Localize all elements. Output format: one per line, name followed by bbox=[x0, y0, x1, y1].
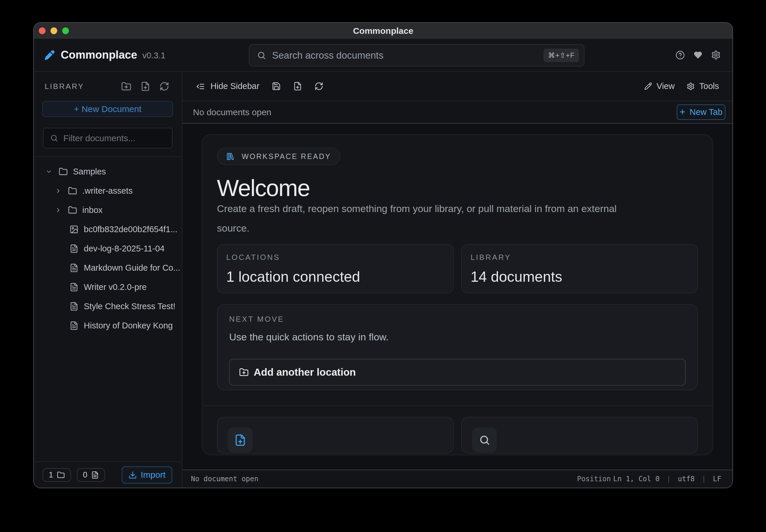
new-tab-button[interactable]: + New Tab bbox=[677, 104, 725, 120]
search-icon bbox=[479, 434, 490, 446]
content-pane: Hide Sidebar View Tools No do bbox=[182, 72, 732, 488]
refresh-icon[interactable] bbox=[159, 81, 169, 91]
close-window-button[interactable] bbox=[39, 27, 45, 34]
library-card: LIBRARY 14 documents bbox=[461, 244, 698, 293]
maximize-window-button[interactable] bbox=[62, 27, 69, 34]
sidebar-footer: 1 0 Import bbox=[34, 461, 182, 488]
folder-icon bbox=[57, 471, 65, 479]
encoding-value[interactable]: utf8 bbox=[678, 475, 695, 483]
tree-item-writer-v020[interactable]: Writer v0.2.0-pre bbox=[34, 277, 182, 297]
sidebar: LIBRARY + New Document Filter documents.… bbox=[34, 72, 182, 488]
help-icon[interactable] bbox=[676, 50, 685, 60]
main-scroll-area[interactable]: WORKSPACE READY Welcome Create a fresh d… bbox=[182, 124, 732, 470]
app-name: Commonplace bbox=[61, 49, 137, 61]
quick-new-document-card[interactable] bbox=[217, 417, 454, 454]
document-count-badge: 0 bbox=[77, 468, 105, 482]
filter-search-icon bbox=[50, 134, 58, 142]
position-label: Position bbox=[577, 475, 611, 483]
next-move-card: NEXT MOVE Use the quick actions to stay … bbox=[217, 304, 698, 390]
refresh-icon[interactable] bbox=[314, 82, 324, 91]
heart-icon[interactable] bbox=[693, 50, 703, 60]
chevron-down-icon[interactable] bbox=[45, 168, 52, 175]
search-shortcut-badge: ⌘+⇧+F bbox=[543, 49, 579, 62]
library-label: LIBRARY bbox=[45, 82, 84, 91]
search-placeholder: Search across documents bbox=[272, 50, 543, 61]
welcome-card: WORKSPACE READY Welcome Create a fresh d… bbox=[202, 134, 713, 455]
plus-icon: + bbox=[680, 106, 685, 118]
folder-icon bbox=[68, 206, 77, 215]
file-text-icon bbox=[91, 471, 99, 479]
status-bar: No document open Position Ln 1, Col 0 | … bbox=[182, 470, 732, 488]
welcome-subtitle: Create a fresh draft, reopen something f… bbox=[217, 199, 632, 238]
tree-item-dev-log[interactable]: dev-log-8-2025-11-04 bbox=[34, 239, 182, 258]
editor-toolbar: Hide Sidebar View Tools bbox=[182, 72, 732, 101]
folder-icon bbox=[59, 167, 68, 176]
new-file-icon[interactable] bbox=[140, 81, 150, 91]
tree-item-samples[interactable]: Samples bbox=[34, 162, 182, 181]
tree-item-markdown-guide[interactable]: Markdown Guide for Co... bbox=[34, 258, 182, 277]
import-button[interactable]: Import bbox=[122, 466, 172, 484]
save-icon[interactable] bbox=[272, 82, 281, 91]
download-icon bbox=[128, 471, 137, 479]
window-title: Commonplace bbox=[353, 26, 413, 36]
tab-bar: No documents open + New Tab bbox=[182, 101, 732, 124]
status-left: No document open bbox=[191, 475, 258, 483]
library-icon bbox=[226, 152, 235, 161]
filter-placeholder: Filter documents... bbox=[63, 133, 135, 143]
folder-plus-icon bbox=[239, 367, 249, 377]
no-documents-label: No documents open bbox=[193, 107, 272, 117]
brand: Commonplace v0.3.1 bbox=[44, 49, 165, 61]
indent-decrease-icon bbox=[196, 82, 205, 91]
workspace-ready-badge: WORKSPACE READY bbox=[217, 148, 340, 165]
eol-value[interactable]: LF bbox=[713, 475, 721, 483]
tree-item-writer-assets[interactable]: .writer-assets bbox=[34, 181, 182, 200]
file-text-icon bbox=[69, 244, 78, 253]
app-header: Commonplace v0.3.1 Search across documen… bbox=[34, 39, 732, 72]
file-text-icon bbox=[69, 321, 78, 330]
card-divider bbox=[202, 405, 713, 406]
file-text-icon bbox=[69, 263, 78, 272]
quick-actions bbox=[217, 417, 698, 454]
folder-count-badge: 1 bbox=[43, 468, 71, 482]
library-header: LIBRARY bbox=[34, 72, 182, 101]
position-value: Ln 1, Col 0 bbox=[613, 475, 660, 483]
hide-sidebar-button[interactable]: Hide Sidebar bbox=[196, 81, 260, 91]
chevron-right-icon[interactable] bbox=[55, 207, 62, 213]
folder-icon bbox=[68, 186, 77, 195]
chevron-right-icon[interactable] bbox=[55, 188, 62, 194]
file-plus-icon bbox=[234, 434, 246, 446]
app-window: Commonplace Commonplace v0.3.1 Search ac… bbox=[33, 22, 733, 488]
minimize-window-button[interactable] bbox=[50, 27, 57, 34]
filter-documents-input[interactable]: Filter documents... bbox=[43, 128, 172, 148]
search-icon bbox=[257, 51, 266, 60]
stats-row: LOCATIONS 1 location connected LIBRARY 1… bbox=[217, 244, 698, 293]
welcome-title: Welcome bbox=[217, 177, 698, 199]
tree-item-inbox[interactable]: inbox bbox=[34, 200, 182, 220]
app-version: v0.3.1 bbox=[142, 51, 165, 60]
tree-item-style-check[interactable]: Style Check Stress Test! bbox=[34, 297, 182, 316]
new-folder-icon[interactable] bbox=[121, 81, 131, 92]
tree-item-image-file[interactable]: bc0fb832de00b2f654f1... bbox=[34, 220, 182, 239]
pencil-logo-icon bbox=[44, 50, 55, 60]
image-icon bbox=[69, 225, 78, 234]
document-tree: Samples .writer-assets inbox bc0fb832de0… bbox=[34, 157, 182, 461]
pencil-icon bbox=[644, 82, 652, 90]
locations-card: LOCATIONS 1 location connected bbox=[217, 244, 454, 293]
traffic-lights bbox=[39, 23, 69, 39]
tools-menu-button[interactable]: Tools bbox=[687, 81, 719, 91]
view-menu-button[interactable]: View bbox=[644, 81, 675, 91]
gear-icon bbox=[687, 82, 695, 90]
new-file-icon[interactable] bbox=[293, 82, 302, 91]
titlebar: Commonplace bbox=[34, 23, 732, 39]
settings-icon[interactable] bbox=[711, 50, 721, 60]
file-text-icon bbox=[69, 283, 78, 292]
new-document-button[interactable]: + New Document bbox=[42, 101, 173, 117]
header-actions bbox=[676, 50, 721, 60]
add-location-button[interactable]: Add another location bbox=[229, 359, 686, 386]
tree-item-donkey-kong[interactable]: History of Donkey Kong bbox=[34, 316, 182, 335]
file-text-icon bbox=[69, 302, 78, 311]
quick-search-card[interactable] bbox=[461, 417, 698, 454]
global-search-input[interactable]: Search across documents ⌘+⇧+F bbox=[249, 44, 585, 67]
